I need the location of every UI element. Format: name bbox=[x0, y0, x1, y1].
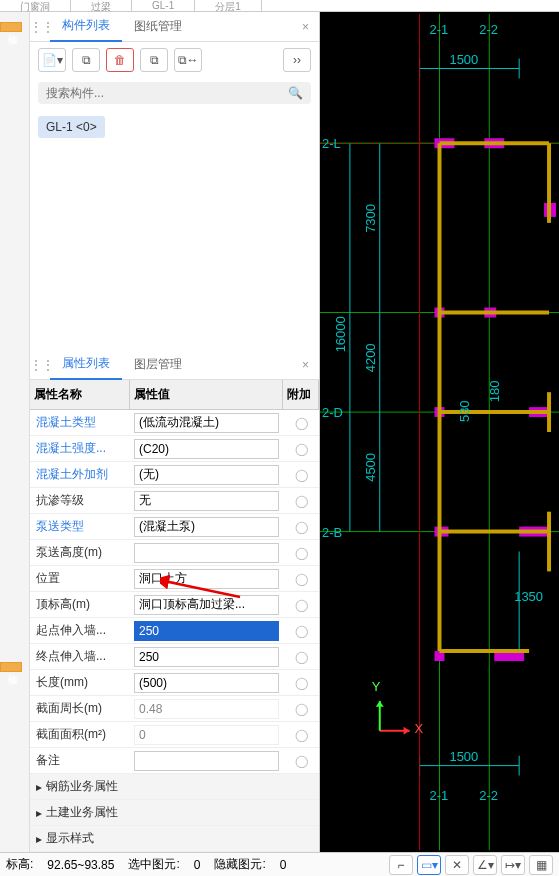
property-group[interactable]: ▸钢筋业务属性 bbox=[30, 774, 319, 800]
property-value-cell bbox=[130, 463, 283, 487]
stub-4[interactable]: 分层1 bbox=[195, 0, 262, 11]
tab-component-list[interactable]: 构件列表 bbox=[50, 11, 122, 42]
property-row: 混凝土类型◯ bbox=[30, 410, 319, 436]
property-row: 备注◯ bbox=[30, 748, 319, 774]
stub-1[interactable]: 门窗洞 bbox=[0, 0, 71, 11]
elev-value: 92.65~93.85 bbox=[47, 858, 114, 872]
more-button[interactable]: ›› bbox=[283, 48, 311, 72]
property-extra-radio[interactable]: ◯ bbox=[283, 468, 319, 482]
property-value-input[interactable] bbox=[134, 465, 279, 485]
property-extra-radio[interactable]: ◯ bbox=[283, 494, 319, 508]
svg-text:16000: 16000 bbox=[333, 316, 348, 352]
property-extra-radio[interactable]: ◯ bbox=[283, 650, 319, 664]
side-panel: ⋮⋮ 构件列表 图纸管理 × 📄▾ ⧉ 🗑 ⧉ ⧉↔ ›› 🔍 GL-1 <0>… bbox=[30, 12, 320, 852]
tab-layer-manage[interactable]: 图层管理 bbox=[122, 350, 194, 379]
property-extra-radio[interactable]: ◯ bbox=[283, 598, 319, 612]
cad-drawing: 2-1 2-2 2-1 2-2 1500 1500 1350 2-L 2-D 2… bbox=[320, 12, 559, 852]
property-name: 截面面积(m²) bbox=[30, 722, 130, 747]
property-value-cell bbox=[130, 489, 283, 513]
snap-cross-button[interactable]: ✕ bbox=[445, 855, 469, 875]
property-row: 泵送类型◯ bbox=[30, 514, 319, 540]
property-value-input[interactable] bbox=[134, 647, 279, 667]
property-extra-radio[interactable]: ◯ bbox=[283, 546, 319, 560]
property-value-cell bbox=[130, 671, 283, 695]
property-value-input[interactable] bbox=[134, 439, 279, 459]
drag-handle-icon[interactable]: ⋮⋮ bbox=[30, 358, 50, 372]
snap-angle-button[interactable]: ∠▾ bbox=[473, 855, 497, 875]
property-extra-radio[interactable]: ◯ bbox=[283, 702, 319, 716]
badge-experience-2[interactable]: 体验 bbox=[0, 662, 22, 672]
property-group[interactable]: ▸显示样式 bbox=[30, 826, 319, 852]
property-name: 长度(mm) bbox=[30, 670, 130, 695]
svg-text:1500: 1500 bbox=[449, 52, 478, 67]
property-value-input[interactable] bbox=[134, 413, 279, 433]
property-extra-radio[interactable]: ◯ bbox=[283, 754, 319, 768]
property-value-input[interactable] bbox=[134, 621, 279, 641]
hidden-label: 隐藏图元: bbox=[214, 856, 265, 873]
tab-property-list[interactable]: 属性列表 bbox=[50, 349, 122, 380]
stub-3[interactable]: GL-1 bbox=[132, 0, 195, 11]
snap-offset-button[interactable]: ↦▾ bbox=[501, 855, 525, 875]
property-value-cell bbox=[130, 645, 283, 669]
drag-handle-icon[interactable]: ⋮⋮ bbox=[30, 20, 50, 34]
component-item[interactable]: GL-1 <0> bbox=[38, 116, 105, 138]
property-value-input[interactable] bbox=[134, 569, 279, 589]
new-button[interactable]: 📄▾ bbox=[38, 48, 66, 72]
layer-button[interactable]: ⧉ bbox=[140, 48, 168, 72]
close-icon[interactable]: × bbox=[292, 354, 319, 376]
snap-grid-button[interactable]: ▦ bbox=[529, 855, 553, 875]
tab-drawing-manage[interactable]: 图纸管理 bbox=[122, 12, 194, 41]
close-icon[interactable]: × bbox=[292, 16, 319, 38]
svg-text:2-2: 2-2 bbox=[479, 788, 498, 803]
property-value-cell bbox=[130, 515, 283, 539]
svg-marker-35 bbox=[404, 727, 410, 735]
group-label: ▸土建业务属性 bbox=[30, 800, 319, 825]
delete-button[interactable]: 🗑 bbox=[106, 48, 134, 72]
search-input[interactable] bbox=[46, 86, 288, 100]
property-extra-radio[interactable]: ◯ bbox=[283, 572, 319, 586]
property-name: 顶标高(m) bbox=[30, 592, 130, 617]
property-value-input[interactable] bbox=[134, 491, 279, 511]
property-value-cell bbox=[130, 437, 283, 461]
property-row: 截面面积(m²)◯ bbox=[30, 722, 319, 748]
property-extra-radio[interactable]: ◯ bbox=[283, 624, 319, 638]
property-value-input[interactable] bbox=[134, 595, 279, 615]
property-name: 位置 bbox=[30, 566, 130, 591]
group-label: ▸显示样式 bbox=[30, 826, 319, 851]
snap-end-button[interactable]: ⌐ bbox=[389, 855, 413, 875]
property-extra-radio[interactable]: ◯ bbox=[283, 416, 319, 430]
search-box[interactable]: 🔍 bbox=[38, 82, 311, 104]
interlayer-button[interactable]: ⧉↔ bbox=[174, 48, 202, 72]
property-value-cell bbox=[130, 411, 283, 435]
property-group[interactable]: ▸土建业务属性 bbox=[30, 800, 319, 826]
property-name: 起点伸入墙... bbox=[30, 618, 130, 643]
property-name[interactable]: 泵送类型 bbox=[30, 514, 130, 539]
property-extra-radio[interactable]: ◯ bbox=[283, 676, 319, 690]
property-value-input[interactable] bbox=[134, 517, 279, 537]
snap-rect-button[interactable]: ▭▾ bbox=[417, 855, 441, 875]
svg-text:4200: 4200 bbox=[363, 343, 378, 372]
property-value-input[interactable] bbox=[134, 751, 279, 771]
property-value-input[interactable] bbox=[134, 673, 279, 693]
property-extra-radio[interactable]: ◯ bbox=[283, 442, 319, 456]
property-name[interactable]: 混凝土类型 bbox=[30, 410, 130, 435]
property-extra-radio[interactable]: ◯ bbox=[283, 520, 319, 534]
stub-2[interactable]: 过梁 bbox=[71, 0, 132, 11]
property-name[interactable]: 混凝土外加剂 bbox=[30, 462, 130, 487]
badge-experience-1[interactable]: 体验 bbox=[0, 22, 22, 32]
property-name: 泵送高度(m) bbox=[30, 540, 130, 565]
header-name: 属性名称 bbox=[30, 380, 130, 409]
svg-text:180: 180 bbox=[487, 381, 502, 403]
property-row: 长度(mm)◯ bbox=[30, 670, 319, 696]
hidden-value: 0 bbox=[280, 858, 287, 872]
svg-text:2-B: 2-B bbox=[322, 525, 342, 540]
copy-button[interactable]: ⧉ bbox=[72, 48, 100, 72]
svg-text:X: X bbox=[415, 721, 424, 736]
svg-text:Y: Y bbox=[372, 679, 381, 694]
property-panel: 属性名称 属性值 附加 混凝土类型◯混凝土强度...◯混凝土外加剂◯抗渗等级◯泵… bbox=[30, 380, 319, 852]
svg-text:2-1: 2-1 bbox=[430, 788, 449, 803]
property-value-input[interactable] bbox=[134, 543, 279, 563]
property-name[interactable]: 混凝土强度... bbox=[30, 436, 130, 461]
cad-canvas[interactable]: 2-1 2-2 2-1 2-2 1500 1500 1350 2-L 2-D 2… bbox=[320, 12, 559, 852]
property-extra-radio[interactable]: ◯ bbox=[283, 728, 319, 742]
